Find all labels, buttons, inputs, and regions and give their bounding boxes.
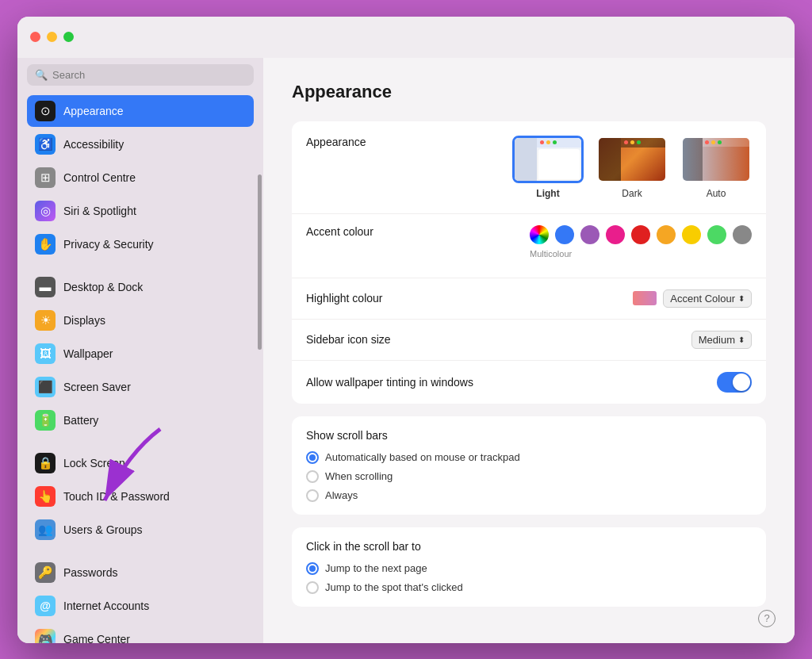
content-area: Appearance Appearance <box>263 58 795 643</box>
sidebar-item-label: Game Center <box>63 633 130 643</box>
dark-thumb <box>596 136 668 183</box>
wallpaper-tinting-label: Allow wallpaper tinting in windows <box>306 376 481 389</box>
appearance-option-auto[interactable]: Auto <box>680 136 752 199</box>
scroll-always-radio[interactable] <box>306 489 319 502</box>
accent-purple[interactable] <box>580 225 599 244</box>
sidebar-item-label: Privacy & Security <box>63 238 154 251</box>
sidebar-item-label: Touch ID & Password <box>63 490 170 503</box>
sidebar-item-desktop[interactable]: ▬ Desktop & Dock <box>27 271 254 303</box>
accent-red[interactable] <box>631 225 650 244</box>
scroll-auto-option[interactable]: Automatically based on mouse or trackpad <box>306 451 752 464</box>
sidebar-item-siri[interactable]: ◎ Siri & Spotlight <box>27 195 254 227</box>
sidebar-item-wallpaper[interactable]: 🖼 Wallpaper <box>27 338 254 370</box>
scroll-always-option[interactable]: Always <box>306 489 752 502</box>
sidebar-item-label: Battery <box>63 414 98 427</box>
appearance-thumbnails: Light <box>512 136 752 199</box>
sidebar-item-users[interactable]: 👥 Users & Groups <box>27 514 254 546</box>
click-next-page-option[interactable]: Jump to the next page <box>306 562 752 575</box>
sidebar-item-label: Control Centre <box>63 171 136 184</box>
sidebar-item-displays[interactable]: ☀ Displays <box>27 305 254 336</box>
page-title: Appearance <box>292 82 766 102</box>
appearance-options: Light <box>512 136 752 199</box>
accent-orange[interactable] <box>657 225 676 244</box>
sidebar-item-label: Displays <box>63 314 105 327</box>
click-scroll-bar-label: Click in the scroll bar to <box>306 540 752 553</box>
accent-color-swatches <box>530 225 752 244</box>
wallpaper-tinting-control <box>717 372 752 393</box>
search-input[interactable] <box>52 69 246 81</box>
accent-green[interactable] <box>707 225 726 244</box>
scroll-scrolling-option[interactable]: When scrolling <box>306 470 752 483</box>
scroll-scrolling-radio[interactable] <box>306 470 319 483</box>
wallpaper-tinting-toggle[interactable] <box>717 372 752 393</box>
sidebar-item-appearance[interactable]: ⊙ Appearance <box>27 95 254 127</box>
sidebar-item-battery[interactable]: 🔋 Battery <box>27 404 254 436</box>
sidebar-item-gamecenter[interactable]: 🎮 Game Center <box>27 623 254 643</box>
scroll-auto-radio[interactable] <box>306 451 319 464</box>
scroll-bars-section: Show scroll bars Automatically based on … <box>292 416 766 515</box>
control-centre-icon: ⊞ <box>35 167 56 188</box>
appearance-icon: ⊙ <box>35 101 56 121</box>
sidebar-item-touchid[interactable]: 👆 Touch ID & Password <box>27 481 254 512</box>
dark-label: Dark <box>622 188 642 199</box>
click-spot-radio[interactable] <box>306 581 319 594</box>
sidebar-item-passwords[interactable]: 🔑 Passwords <box>27 557 254 588</box>
appearance-row: Appearance <box>292 121 766 214</box>
scroll-always-label: Always <box>325 489 358 501</box>
users-icon: 👥 <box>35 519 56 540</box>
gamecenter-icon: 🎮 <box>35 629 56 643</box>
passwords-icon: 🔑 <box>35 562 56 583</box>
light-thumb <box>512 136 584 183</box>
toggle-knob <box>733 374 750 391</box>
accent-blue[interactable] <box>555 225 574 244</box>
accent-colour-row: Accent colour Mu <box>292 214 766 278</box>
sidebar-icon-size-control: Medium ⬍ <box>691 331 752 349</box>
appearance-option-dark[interactable]: Dark <box>596 136 668 199</box>
search-icon: 🔍 <box>35 69 48 81</box>
main-content: 🔍 ⊙ Appearance ♿ Accessibility ⊞ Control… <box>17 58 795 643</box>
internet-icon: @ <box>35 596 56 616</box>
sidebar-item-label: Accessibility <box>63 138 124 151</box>
click-scroll-bar-section: Click in the scroll bar to Jump to the n… <box>292 527 766 607</box>
wallpaper-icon: 🖼 <box>35 343 56 364</box>
search-bar[interactable]: 🔍 <box>27 64 254 86</box>
sidebar-item-label: Siri & Spotlight <box>63 205 136 217</box>
sidebar-item-screensaver[interactable]: ⬛ Screen Saver <box>27 371 254 403</box>
accent-colour-control: Multicolour <box>530 225 752 259</box>
accessibility-icon: ♿ <box>35 134 56 155</box>
sidebar-item-internet[interactable]: @ Internet Accounts <box>27 590 254 622</box>
privacy-icon: ✋ <box>35 234 56 255</box>
main-window: 🔍 ⊙ Appearance ♿ Accessibility ⊞ Control… <box>17 17 795 643</box>
highlight-preview <box>633 291 657 305</box>
sidebar-item-label: Users & Groups <box>63 523 143 536</box>
auto-label: Auto <box>707 188 726 199</box>
sidebar-item-privacy[interactable]: ✋ Privacy & Security <box>27 228 254 260</box>
touchid-icon: 👆 <box>35 486 56 507</box>
accent-pink[interactable] <box>606 225 625 244</box>
click-spot-option[interactable]: Jump to the spot that's clicked <box>306 581 752 594</box>
help-button[interactable]: ? <box>758 610 776 627</box>
sidebar-item-control-centre[interactable]: ⊞ Control Centre <box>27 162 254 193</box>
highlight-colour-value: Accent Colour <box>670 293 735 305</box>
wallpaper-tinting-row: Allow wallpaper tinting in windows <box>292 361 766 404</box>
maximize-button[interactable] <box>63 32 74 42</box>
highlight-colour-select[interactable]: Accent Colour ⬍ <box>663 289 752 308</box>
light-label: Light <box>536 188 559 199</box>
chevron-updown-icon: ⬍ <box>738 294 745 303</box>
appearance-option-light[interactable]: Light <box>512 136 584 199</box>
sidebar-item-lockscreen[interactable]: 🔒 Lock Screen <box>27 447 254 479</box>
highlight-colour-row: Highlight colour Accent Colour ⬍ <box>292 278 766 320</box>
accent-multicolor[interactable] <box>530 225 549 244</box>
show-scroll-bars-label: Show scroll bars <box>306 429 752 442</box>
multicolour-label: Multicolour <box>530 249 572 259</box>
lockscreen-icon: 🔒 <box>35 453 56 473</box>
accent-gray[interactable] <box>733 225 752 244</box>
sidebar-icon-size-select[interactable]: Medium ⬍ <box>691 331 752 349</box>
sidebar-scrollbar[interactable] <box>258 174 262 350</box>
click-next-page-radio[interactable] <box>306 562 319 575</box>
close-button[interactable] <box>30 32 40 42</box>
accent-yellow[interactable] <box>682 225 701 244</box>
sidebar-item-accessibility[interactable]: ♿ Accessibility <box>27 128 254 160</box>
siri-icon: ◎ <box>35 201 56 221</box>
minimize-button[interactable] <box>47 32 57 42</box>
